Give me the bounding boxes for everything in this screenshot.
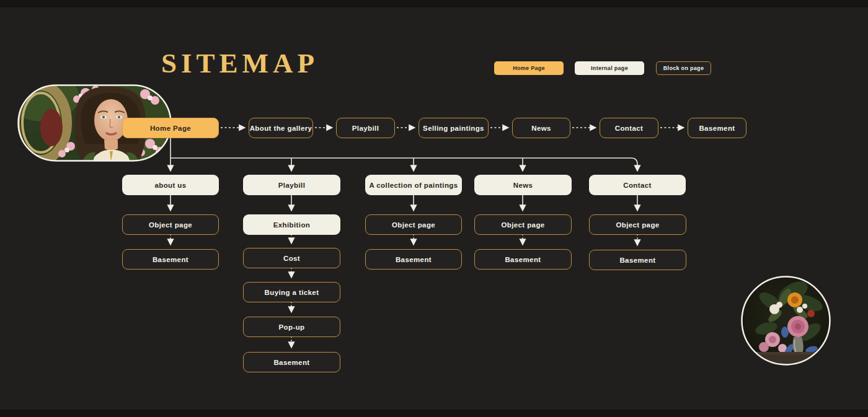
node-object-page-5[interactable]: Object page [589,214,686,235]
node-news[interactable]: News [474,175,572,195]
node-basement-3[interactable]: Basement [365,249,462,270]
node-buying-a-ticket[interactable]: Buying a ticket [243,282,340,302]
node-label: Basement [619,257,655,264]
node-label: About the gallery [250,125,312,132]
node-label: A collection of paintings [369,182,458,189]
node-object-page-4[interactable]: Object page [474,214,572,235]
node-label: Basement [273,359,309,366]
node-label: Playbill [278,182,305,189]
node-about-the-gallery[interactable]: About the gallery [249,118,313,138]
node-label: about us [154,182,186,189]
node-label: Cost [283,255,300,262]
node-contact-top[interactable]: Contact [600,118,658,138]
connector-lines [0,0,868,417]
node-label: Object page [616,221,659,229]
node-playbill-top[interactable]: Playbill [336,118,395,138]
node-label: Pop-up [279,323,305,331]
node-label: Object page [392,221,435,229]
node-object-page-1[interactable]: Object page [122,214,219,235]
node-exhibition[interactable]: Exhibition [243,214,340,235]
node-label: Contact [623,182,652,189]
node-pop-up[interactable]: Pop-up [243,317,340,337]
node-label: News [531,125,551,132]
node-basement-1[interactable]: Basement [122,249,219,270]
node-basement-5[interactable]: Basement [589,250,686,270]
node-selling-paintings[interactable]: Selling paintings [418,118,489,138]
node-label: Contact [615,125,644,132]
node-label: Playbill [352,125,379,132]
node-news-top[interactable]: News [512,118,570,138]
node-cost[interactable]: Cost [243,248,340,268]
node-label: Selling paintings [423,125,484,132]
node-contact[interactable]: Contact [589,175,686,195]
node-home-page[interactable]: Home Page [122,118,219,138]
node-basement-top[interactable]: Basement [688,118,746,138]
node-collection-of-paintings[interactable]: A collection of paintings [365,175,462,195]
node-label: Home Page [150,125,191,132]
node-label: Buying a ticket [265,289,319,296]
node-label: Exhibition [273,221,311,229]
node-label: News [513,182,533,189]
node-about-us[interactable]: about us [122,175,219,195]
node-basement-4[interactable]: Basement [474,249,572,270]
node-label: Basement [396,256,432,263]
node-basement-2[interactable]: Basement [243,352,340,372]
sitemap-canvas: SITEMAP Home Page Internal page Block on… [0,0,868,417]
node-label: Basement [153,256,188,263]
node-label: Basement [505,256,541,263]
node-object-page-3[interactable]: Object page [365,214,462,235]
node-label: Object page [149,221,192,229]
node-playbill[interactable]: Playbill [243,175,340,195]
node-label: Object page [501,221,544,229]
node-label: Basement [699,125,735,132]
